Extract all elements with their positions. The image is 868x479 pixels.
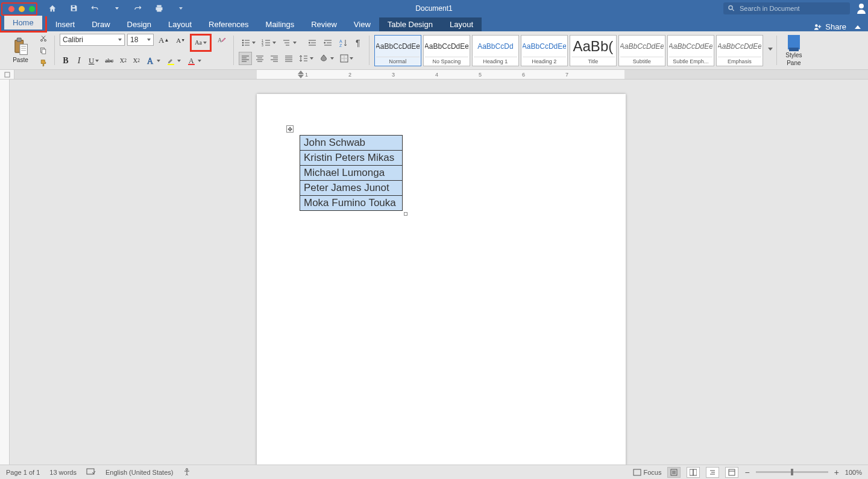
- copy-button[interactable]: [37, 45, 49, 56]
- change-case-button[interactable]: Aa: [192, 36, 209, 49]
- zoom-in-button[interactable]: +: [834, 468, 839, 477]
- horizontal-ruler[interactable]: 1234567: [14, 70, 868, 80]
- numbering-button[interactable]: 123: [259, 36, 278, 49]
- print-icon[interactable]: [153, 2, 166, 15]
- home-icon[interactable]: [46, 2, 59, 15]
- superscript-button[interactable]: X2: [130, 54, 142, 67]
- tab-layout[interactable]: Layout: [160, 17, 200, 31]
- increase-indent-button[interactable]: [321, 36, 335, 49]
- tab-insert[interactable]: Insert: [47, 17, 84, 31]
- table-cell[interactable]: John Schwab: [300, 136, 403, 151]
- zoom-slider-thumb[interactable]: [791, 469, 793, 475]
- table-cell[interactable]: Moka Fumino Touka: [300, 196, 403, 211]
- shrink-font-button[interactable]: A▼: [174, 34, 187, 47]
- vertical-ruler[interactable]: [0, 80, 10, 465]
- tab-table-design[interactable]: Table Design: [379, 17, 441, 31]
- document-canvas[interactable]: ✥ John SchwabKristin Peters MikasMichael…: [10, 80, 868, 465]
- tab-review[interactable]: Review: [303, 17, 345, 31]
- save-icon[interactable]: [68, 2, 80, 15]
- tab-home[interactable]: Home: [4, 16, 42, 30]
- table-row[interactable]: Moka Fumino Touka: [300, 196, 403, 211]
- style-subtle-emph-[interactable]: AaBbCcDdEeSubtle Emph...: [667, 35, 714, 66]
- format-painter-button[interactable]: [37, 57, 49, 68]
- table-cell[interactable]: Kristin Peters Mikas: [300, 151, 403, 166]
- style-heading-1[interactable]: AaBbCcDdHeading 1: [472, 35, 519, 66]
- minimize-window-button[interactable]: [19, 6, 25, 12]
- print-layout-view-button[interactable]: [667, 467, 681, 478]
- justify-button[interactable]: [282, 52, 295, 65]
- style-emphasis[interactable]: AaBbCcDdEeEmphasis: [716, 35, 763, 66]
- align-right-button[interactable]: [268, 52, 281, 65]
- styles-pane-button[interactable]: Styles Pane: [779, 33, 808, 67]
- search-input[interactable]: [738, 4, 845, 13]
- status-accessibility-icon[interactable]: [183, 468, 191, 477]
- web-layout-view-button[interactable]: [687, 467, 700, 478]
- strikethrough-button[interactable]: abc: [102, 54, 116, 67]
- align-center-button[interactable]: [253, 52, 266, 65]
- search-box[interactable]: [723, 2, 850, 14]
- tab-draw[interactable]: Draw: [83, 17, 118, 31]
- subscript-button[interactable]: X2: [117, 54, 129, 67]
- user-account-icon[interactable]: [856, 2, 868, 14]
- styles-more-button[interactable]: [766, 33, 774, 64]
- table-row[interactable]: Kristin Peters Mikas: [300, 151, 403, 166]
- style-normal[interactable]: AaBbCcDdEeNormal: [374, 35, 421, 66]
- highlight-color-button[interactable]: [164, 54, 183, 67]
- redo-icon[interactable]: [131, 2, 144, 15]
- show-marks-button[interactable]: ¶: [352, 36, 364, 49]
- table-cell[interactable]: Michael Lumonga: [300, 166, 403, 181]
- draft-view-button[interactable]: [725, 467, 738, 478]
- outline-view-button[interactable]: [706, 467, 719, 478]
- table-resize-handle[interactable]: [404, 212, 407, 216]
- style-title[interactable]: AaBb(Title: [570, 35, 617, 66]
- status-page[interactable]: Page 1 of 1: [6, 469, 40, 476]
- tab-design[interactable]: Design: [119, 17, 160, 31]
- table-cell[interactable]: Peter James Junot: [300, 181, 403, 196]
- tab-view[interactable]: View: [345, 17, 379, 31]
- close-window-button[interactable]: [8, 6, 14, 12]
- ruler-corner[interactable]: [0, 70, 14, 80]
- multilevel-list-button[interactable]: [280, 36, 299, 49]
- bold-button[interactable]: B: [60, 54, 72, 67]
- undo-dropdown[interactable]: [110, 2, 122, 15]
- style-no-spacing[interactable]: AaBbCcDdEeNo Spacing: [423, 35, 470, 66]
- style-heading-2[interactable]: AaBbCcDdEeHeading 2: [521, 35, 568, 66]
- borders-button[interactable]: [338, 52, 356, 65]
- table-row[interactable]: John Schwab: [300, 136, 403, 151]
- status-word-count[interactable]: 13 words: [49, 469, 77, 476]
- cut-button[interactable]: [37, 33, 49, 44]
- focus-mode-button[interactable]: Focus: [633, 469, 662, 476]
- table-row[interactable]: Michael Lumonga: [300, 166, 403, 181]
- align-left-button[interactable]: [239, 52, 252, 65]
- text-effects-button[interactable]: A: [143, 54, 163, 67]
- underline-button[interactable]: U: [86, 54, 101, 67]
- grow-font-button[interactable]: A▲: [156, 34, 171, 47]
- decrease-indent-button[interactable]: [305, 36, 319, 49]
- tab-table-layout[interactable]: Layout: [441, 17, 482, 31]
- zoom-level[interactable]: 100%: [845, 469, 862, 476]
- font-color-button[interactable]: A: [184, 54, 204, 67]
- bullets-button[interactable]: [239, 36, 258, 49]
- document-table[interactable]: John SchwabKristin Peters MikasMichael L…: [300, 135, 403, 211]
- zoom-out-button[interactable]: −: [744, 468, 749, 477]
- undo-icon[interactable]: [89, 2, 102, 15]
- maximize-window-button[interactable]: [29, 6, 35, 12]
- italic-button[interactable]: I: [73, 54, 85, 67]
- qat-customize-dropdown[interactable]: [174, 2, 186, 15]
- clear-formatting-button[interactable]: A: [214, 34, 228, 47]
- shading-button[interactable]: [317, 52, 336, 65]
- style-subtitle[interactable]: AaBbCcDdEeSubtitle: [618, 35, 665, 66]
- sort-button[interactable]: AZ: [336, 36, 351, 49]
- table-move-handle[interactable]: ✥: [286, 125, 294, 133]
- tab-references[interactable]: References: [200, 17, 257, 31]
- tab-mailings[interactable]: Mailings: [257, 17, 303, 31]
- collapse-ribbon-icon[interactable]: [855, 25, 861, 29]
- zoom-slider[interactable]: [756, 471, 828, 473]
- font-name-combo[interactable]: Calibri: [60, 34, 125, 46]
- status-language[interactable]: English (United States): [105, 469, 174, 476]
- font-size-combo[interactable]: 18: [127, 34, 154, 46]
- table-row[interactable]: Peter James Junot: [300, 181, 403, 196]
- status-spellcheck-icon[interactable]: [86, 468, 96, 477]
- share-button[interactable]: Share: [814, 22, 846, 31]
- line-spacing-button[interactable]: [297, 52, 316, 65]
